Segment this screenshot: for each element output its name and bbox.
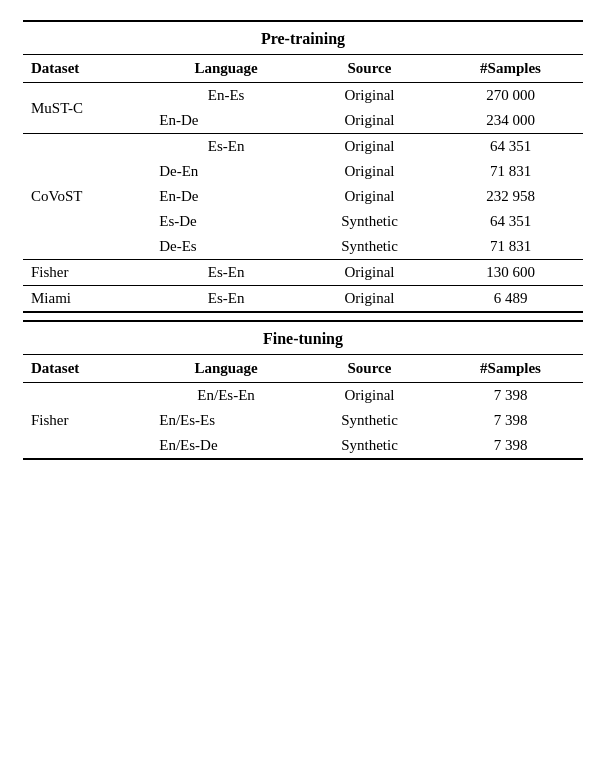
samples-cell: 130 600	[438, 260, 583, 286]
samples-cell: 232 958	[438, 184, 583, 209]
finetuning-section-label: Fine-tuning	[23, 321, 583, 355]
language-cell: Es-En	[151, 260, 301, 286]
samples-cell: 64 351	[438, 134, 583, 159]
samples-cell: 270 000	[438, 83, 583, 109]
source-cell: Original	[301, 108, 438, 134]
source-cell: Original	[301, 383, 438, 409]
source-cell: Original	[301, 286, 438, 312]
table-end-row	[23, 459, 583, 460]
dataset-label: MuST-C	[23, 83, 151, 134]
source-cell: Synthetic	[301, 433, 438, 459]
col-language: Language	[151, 55, 301, 83]
source-cell: Original	[301, 260, 438, 286]
dataset-label: Miami	[23, 286, 151, 312]
col-samples: #Samples	[438, 55, 583, 83]
language-cell: En-Es	[151, 83, 301, 109]
spacer-row	[23, 313, 583, 321]
language-cell: De-En	[151, 159, 301, 184]
language-cell: En/Es-En	[151, 383, 301, 409]
samples-cell: 71 831	[438, 234, 583, 260]
table-row: Fisher En/Es-En Original 7 398	[23, 383, 583, 409]
dataset-label: CoVoST	[23, 134, 151, 260]
language-cell: Es-En	[151, 134, 301, 159]
language-cell: De-Es	[151, 234, 301, 260]
table-row: MuST-C En-Es Original 270 000	[23, 83, 583, 109]
pretraining-col-header-row: Dataset Language Source #Samples	[23, 55, 583, 83]
col-samples-ft: #Samples	[438, 355, 583, 383]
source-cell: Original	[301, 159, 438, 184]
col-language-ft: Language	[151, 355, 301, 383]
dataset-label: Fisher	[23, 383, 151, 460]
source-cell: Synthetic	[301, 209, 438, 234]
source-cell: Original	[301, 134, 438, 159]
col-source: Source	[301, 55, 438, 83]
language-cell: En/Es-De	[151, 433, 301, 459]
table-row: Miami Es-En Original 6 489	[23, 286, 583, 312]
main-container: Pre-training Dataset Language Source #Sa…	[23, 20, 583, 460]
pretraining-header-row: Pre-training	[23, 21, 583, 55]
col-dataset-ft: Dataset	[23, 355, 151, 383]
samples-cell: 234 000	[438, 108, 583, 134]
language-cell: En/Es-Es	[151, 408, 301, 433]
samples-cell: 6 489	[438, 286, 583, 312]
finetuning-col-header-row: Dataset Language Source #Samples	[23, 355, 583, 383]
col-dataset: Dataset	[23, 55, 151, 83]
samples-cell: 64 351	[438, 209, 583, 234]
finetuning-header-row: Fine-tuning	[23, 321, 583, 355]
source-cell: Original	[301, 184, 438, 209]
source-cell: Synthetic	[301, 234, 438, 260]
table-row: CoVoST Es-En Original 64 351	[23, 134, 583, 159]
samples-cell: 71 831	[438, 159, 583, 184]
source-cell: Original	[301, 83, 438, 109]
pretraining-section-label: Pre-training	[23, 21, 583, 55]
language-cell: En-De	[151, 184, 301, 209]
samples-cell: 7 398	[438, 383, 583, 409]
samples-cell: 7 398	[438, 408, 583, 433]
data-table: Pre-training Dataset Language Source #Sa…	[23, 20, 583, 460]
language-cell: En-De	[151, 108, 301, 134]
col-source-ft: Source	[301, 355, 438, 383]
samples-cell: 7 398	[438, 433, 583, 459]
language-cell: Es-En	[151, 286, 301, 312]
table-row: Fisher Es-En Original 130 600	[23, 260, 583, 286]
language-cell: Es-De	[151, 209, 301, 234]
dataset-label: Fisher	[23, 260, 151, 286]
source-cell: Synthetic	[301, 408, 438, 433]
